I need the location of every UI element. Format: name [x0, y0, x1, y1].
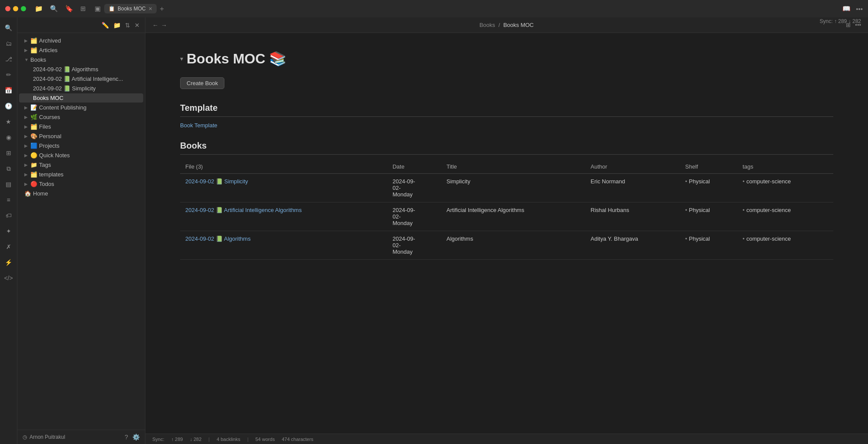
col-title: Title [441, 160, 585, 174]
file-link-2[interactable]: 2024-09-02 📗 Algorithms [185, 235, 250, 242]
sidebar-graph-icon[interactable]: ◉ [2, 130, 16, 144]
status-sync-label: Sync: [152, 437, 164, 442]
sidebar-table-icon[interactable]: ▤ [2, 177, 16, 191]
sidebar-item-books-moc[interactable]: Books MOC [19, 93, 143, 103]
content-area: ← → Books / Books MOC ⊞ ••• Sync: ↑ 289 … [145, 17, 868, 444]
traffic-lights [5, 6, 26, 11]
sync-up: ↑ 289 [834, 18, 847, 24]
file-link-0[interactable]: 2024-09-02 📗 Simplicity [185, 178, 248, 185]
new-folder-icon[interactable]: 📁 [113, 22, 121, 29]
sidebar-item-articles[interactable]: ▶ 🗂️ Articles [19, 46, 143, 55]
sidebar-item-content-publishing[interactable]: ▶ 📝 Content Publishing [19, 103, 143, 112]
sidebar-item-projects[interactable]: ▶ 🟦 Projects [19, 141, 143, 150]
grid-icon[interactable]: ⊞ [80, 5, 86, 13]
content-topbar: ← → Books / Books MOC ⊞ ••• [145, 17, 868, 33]
maximize-button[interactable] [21, 6, 26, 11]
sidebar-lines-icon[interactable]: ≡ [2, 193, 16, 207]
sidebar-item-todos[interactable]: ▶ 🔴 Todos [19, 179, 143, 189]
sidebar-search-icon[interactable]: 🔍 [2, 21, 16, 35]
search-icon[interactable]: 🔍 [50, 5, 58, 13]
sidebar-item-quick-notes[interactable]: ▶ 🟡 Quick Notes [19, 151, 143, 160]
minimize-button[interactable] [13, 6, 18, 11]
page-title-row: ▾ Books MOC 📚 [180, 50, 833, 67]
user-avatar-icon: ◷ [23, 434, 27, 440]
more-options-icon[interactable]: ••• [856, 5, 863, 13]
sidebar-item-templates[interactable]: ▶ 🗂️ templates [19, 170, 143, 179]
sidebar-bolt-icon[interactable]: ⚡ [2, 255, 16, 269]
book-template-link[interactable]: Book Template [180, 122, 217, 129]
sidebar-item-books-algo[interactable]: 2024-09-02 📗 Algorithms [19, 65, 143, 74]
close-button[interactable] [5, 6, 10, 11]
sidebar-x-icon[interactable]: ✗ [2, 240, 16, 254]
tree-bottom-icons: ? ⚙️ [125, 434, 140, 441]
sidebar-item-books-ai[interactable]: 2024-09-02 📗 Artificial Intelligenc... [19, 74, 143, 83]
cell-author-0: Eric Normand [585, 174, 680, 202]
status-words: 54 words [256, 437, 275, 442]
sidebar-item-courses[interactable]: ▶ 🌿 Courses [19, 113, 143, 122]
cell-date-1: 2024-09-02-Monday [387, 202, 441, 231]
status-bar: Sync: ↑ 289 ↓ 282 | 4 backlinks | 54 wor… [145, 434, 868, 444]
breadcrumb-root[interactable]: Books [480, 22, 495, 28]
tree-content: ▶ 🗂️ Archived ▶ 🗂️ Articles ▼ Books 2024… [17, 33, 145, 430]
arrow-icon: ▶ [24, 38, 29, 43]
sidebar-copy-icon[interactable]: ⧉ [2, 162, 16, 176]
sidebar-item-tags[interactable]: ▶ 📁 Tags [19, 160, 143, 169]
bookmark-icon[interactable]: 🔖 [65, 5, 73, 13]
create-book-button[interactable]: Create Book [180, 77, 224, 89]
arrow-icon: ▶ [24, 153, 29, 158]
table-row: 2024-09-02 📗 Artificial Intelligence Alg… [180, 202, 833, 231]
file-link-1[interactable]: 2024-09-02 📗 Artificial Intelligence Alg… [185, 207, 302, 213]
reading-mode-icon[interactable]: 📖 [842, 5, 851, 13]
cell-tags-0: •computer-science [737, 174, 833, 202]
sort-icon[interactable]: ⇅ [125, 22, 130, 29]
cell-author-2: Aditya Y. Bhargava [585, 231, 680, 260]
sidebar-item-books-simplicity[interactable]: 2024-09-02 📗 Simplicity [19, 84, 143, 93]
forward-arrow-icon[interactable]: → [161, 22, 167, 29]
sidebar-clock-icon[interactable]: 🕐 [2, 99, 16, 113]
sidebar-toggle-icon[interactable]: ▣ [95, 5, 101, 13]
arrow-icon: ▶ [24, 134, 29, 139]
sidebar-item-personal[interactable]: ▶ 🎨 Personal [19, 132, 143, 141]
back-arrow-icon[interactable]: ← [152, 22, 158, 29]
close-sidebar-icon[interactable]: ✕ [135, 22, 140, 29]
new-tab-button[interactable]: ＋ [158, 4, 165, 13]
sync-label: Sync: [820, 18, 833, 24]
user-profile[interactable]: ◷ Arnon Puitrakul [23, 434, 65, 440]
sidebar-tag-icon[interactable]: 🏷 [2, 209, 16, 222]
sidebar-code-icon[interactable]: </> [2, 271, 16, 285]
sidebar-plugin-icon[interactable]: ✦ [2, 224, 16, 238]
section-divider [180, 116, 833, 117]
books-section-title: Books [180, 141, 833, 151]
titlebar: 📁 🔍 🔖 ⊞ ▣ 📋 Books MOC ✕ ＋ 📖 ••• [0, 0, 868, 17]
sidebar-pages-icon[interactable]: ⊞ [2, 146, 16, 160]
collapse-arrow-icon[interactable]: ▾ [180, 55, 183, 62]
sidebar-star-icon[interactable]: ★ [2, 115, 16, 129]
sidebar-git-icon[interactable]: ⎇ [2, 52, 16, 66]
cell-tags-2: •computer-science [737, 231, 833, 260]
content-scroll: ▾ Books MOC 📚 Create Book Template Book … [145, 33, 868, 434]
sidebar-item-home[interactable]: 🏠 Home [19, 189, 143, 198]
settings-icon[interactable]: ⚙️ [132, 434, 140, 441]
arrow-icon: ▶ [24, 143, 29, 148]
help-icon[interactable]: ? [125, 434, 128, 441]
cell-shelf-0: •Physical [680, 174, 737, 202]
sidebar-files-icon[interactable]: 🗂 [2, 36, 16, 50]
breadcrumb-sep: / [498, 22, 500, 28]
cell-shelf-2: •Physical [680, 231, 737, 260]
tab-books-moc[interactable]: 📋 Books MOC ✕ [104, 4, 157, 13]
sidebar-item-archived[interactable]: ▶ 🗂️ Archived [19, 36, 143, 45]
arrow-icon: ▶ [24, 115, 29, 119]
cell-file-2: 2024-09-02 📗 Algorithms [180, 231, 387, 260]
sidebar-edit-icon[interactable]: ✏ [2, 68, 16, 82]
nav-arrows: ← → [152, 22, 167, 29]
arrow-icon: ▶ [24, 162, 29, 167]
tab-close-icon[interactable]: ✕ [148, 6, 152, 12]
arrow-icon: ▶ [24, 105, 29, 110]
folder-icon[interactable]: 📁 [35, 5, 43, 13]
sidebar-item-files[interactable]: ▶ 🗂️ Files [19, 122, 143, 131]
sidebar-calendar-icon[interactable]: 📅 [2, 83, 16, 97]
sidebar-item-books[interactable]: ▼ Books [19, 55, 143, 64]
breadcrumb: Books / Books MOC [171, 22, 842, 28]
titlebar-icons: 📁 🔍 🔖 ⊞ [35, 5, 86, 13]
new-note-icon[interactable]: ✏️ [102, 22, 109, 29]
